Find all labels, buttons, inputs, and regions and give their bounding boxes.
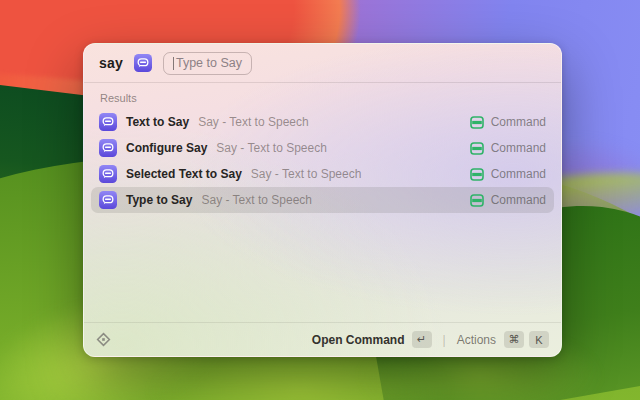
result-title: Type to Say: [126, 193, 192, 207]
result-type: Command: [491, 167, 546, 181]
raycast-diamond-icon: [96, 332, 111, 347]
result-type: Command: [491, 115, 546, 129]
command-window-icon: [470, 168, 484, 181]
desktop: say Type to Say Resu: [0, 0, 640, 400]
command-window-icon: [470, 116, 484, 129]
result-subtitle: Say - Text to Speech: [251, 167, 362, 181]
result-row[interactable]: Configure Say Say - Text to Speech Comma…: [91, 135, 554, 161]
command-window-icon: [470, 194, 484, 207]
token-label: Type to Say: [176, 56, 242, 70]
result-title: Text to Say: [126, 115, 189, 129]
result-subtitle: Say - Text to Speech: [216, 141, 327, 155]
result-title: Configure Say: [126, 141, 207, 155]
text-caret: [173, 57, 174, 70]
say-speech-bubble-icon: [99, 165, 117, 183]
results-list: Text to Say Say - Text to Speech Command…: [84, 107, 561, 213]
say-speech-bubble-icon: [99, 191, 117, 209]
result-subtitle: Say - Text to Speech: [198, 115, 309, 129]
open-command-button[interactable]: Open Command ↵: [312, 331, 432, 348]
results-header: Results: [84, 83, 561, 107]
result-row[interactable]: Selected Text to Say Say - Text to Speec…: [91, 161, 554, 187]
result-type: Command: [491, 193, 546, 207]
command-token[interactable]: Type to Say: [163, 52, 252, 75]
say-speech-bubble-icon: [134, 54, 152, 72]
search-query[interactable]: say: [99, 55, 123, 71]
result-title: Selected Text to Say: [126, 167, 242, 181]
open-command-label: Open Command: [312, 333, 405, 347]
result-subtitle: Say - Text to Speech: [201, 193, 312, 207]
say-speech-bubble-icon: [99, 139, 117, 157]
actions-button[interactable]: Actions ⌘ K: [457, 331, 549, 348]
launcher-window: say Type to Say Resu: [83, 43, 562, 357]
empty-area: [84, 213, 561, 322]
result-row[interactable]: Type to Say Say - Text to Speech Command: [91, 187, 554, 213]
command-window-icon: [470, 142, 484, 155]
result-row[interactable]: Text to Say Say - Text to Speech Command: [91, 109, 554, 135]
search-bar[interactable]: say Type to Say: [84, 44, 561, 83]
k-key: K: [529, 331, 549, 348]
command-key: ⌘: [504, 331, 524, 348]
status-bar: Open Command ↵ | Actions ⌘ K: [84, 322, 561, 356]
say-speech-bubble-icon: [99, 113, 117, 131]
status-bar-divider: |: [443, 333, 446, 347]
actions-label: Actions: [457, 333, 496, 347]
result-type: Command: [491, 141, 546, 155]
return-key: ↵: [412, 331, 432, 348]
